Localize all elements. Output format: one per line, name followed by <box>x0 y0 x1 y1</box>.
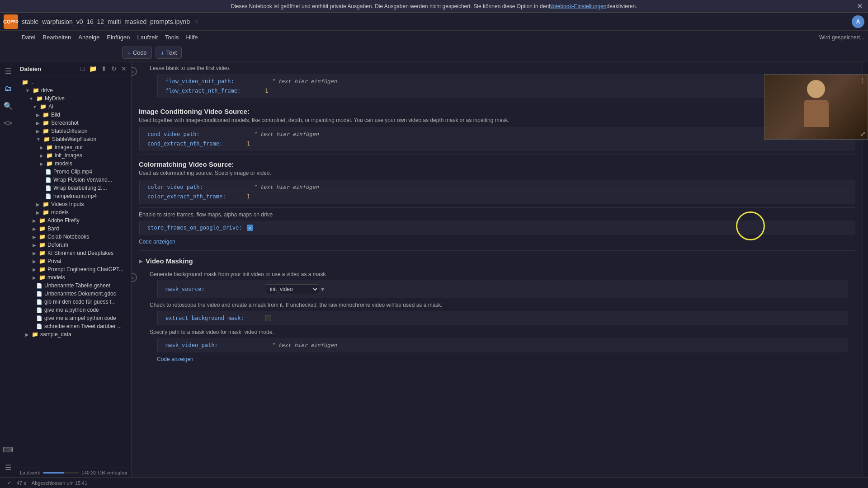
section-title: Colormatching Video Source: <box>132 160 863 168</box>
field-value[interactable]: " text hier einfügen <box>247 184 319 190</box>
add-code-button[interactable]: + Code <box>122 47 152 59</box>
checkbox-checked[interactable]: ✓ <box>247 225 253 231</box>
field-value[interactable]: " text hier einfügen <box>265 342 337 348</box>
field-label: extract_background_mask: <box>165 315 265 321</box>
list-item[interactable]: 📄 Wrap bearbeitung 2.... <box>16 184 131 192</box>
code-row: mask_source: init_video mask_video ▼ <box>165 283 841 296</box>
list-item[interactable]: ▶ 📁 Colab Notebooks <box>16 233 131 241</box>
list-item[interactable]: ▶ 📁 StableDiffusion <box>16 127 131 135</box>
keyboard-icon[interactable]: ⌨ <box>1 444 15 456</box>
expand-arrow-icon: ▶ <box>33 267 36 272</box>
list-item[interactable]: ▶ 📁 sample_data <box>16 330 131 338</box>
menu-icon[interactable]: ☰ <box>3 65 13 77</box>
refresh-icon[interactable]: ↻ <box>110 64 118 73</box>
show-code-link-masking[interactable]: Code anzeigen <box>150 354 855 364</box>
star-icon[interactable]: ☆ <box>193 18 199 25</box>
run-cell-button[interactable]: ▷ <box>132 273 137 282</box>
menu-laufzeit[interactable]: Laufzeit <box>137 34 158 41</box>
expand-arrow-icon: ▶ <box>36 202 40 207</box>
list-item[interactable]: ▶ 📁 Screenshot <box>16 119 131 127</box>
menu-anzeige[interactable]: Anzeige <box>78 34 99 41</box>
list-item[interactable]: 📄 gib mir den code für guess t... <box>16 298 131 306</box>
list-item[interactable]: ▼ 📁 AI <box>16 103 131 111</box>
settings-icon[interactable]: ☰ <box>3 461 13 474</box>
list-item[interactable]: ▶ 📁 Privat <box>16 257 131 265</box>
code-row: color_extract_nth_frame: 1 <box>147 192 848 201</box>
list-item[interactable]: ▶ 📁 Adobe Firefly <box>16 216 131 225</box>
list-item[interactable]: 📄 Promo Clip.mp4 <box>16 168 131 176</box>
menu-datei[interactable]: Datei <box>22 34 35 41</box>
code-block: flow_video_init_path: " text hier einfüg… <box>157 74 848 98</box>
list-item[interactable]: 📄 Unbenanntes Dokument.gdoc <box>16 290 131 298</box>
checkbox-unchecked[interactable] <box>265 315 271 321</box>
field-value[interactable]: 1 <box>247 193 250 200</box>
list-item[interactable]: ▶ 📁 Prompt Engineering ChatGPT... <box>16 265 131 273</box>
new-file-icon[interactable]: □ <box>80 64 85 73</box>
show-code-link[interactable]: Code anzeigen <box>132 237 863 247</box>
folder-icon: 📁 <box>39 225 46 232</box>
field-value[interactable]: 1 <box>265 88 268 94</box>
list-item[interactable]: ▶ 📁 Deforum <box>16 241 131 249</box>
list-item[interactable]: ▼ 📁 StableWarpFusion <box>16 135 131 143</box>
cell-description: Generate background mask from your init … <box>150 271 855 277</box>
list-item[interactable]: ▶ 📁 Bard <box>16 225 131 233</box>
menu-bearbeiten[interactable]: Bearbeiten <box>42 34 71 41</box>
add-text-button[interactable]: + Text <box>156 47 182 59</box>
list-item[interactable]: ▼ 📁 MyDrive <box>16 94 131 103</box>
field-value[interactable]: " text hier einfügen <box>247 131 319 137</box>
expand-arrow-icon: ▶ <box>33 226 36 231</box>
list-item[interactable]: ▶ 📁 Videos Inputs <box>16 200 131 208</box>
list-item[interactable]: 📄 give me a python code <box>16 306 131 314</box>
mask-source-select[interactable]: init_video mask_video <box>265 284 319 294</box>
list-item[interactable]: 📁 .. <box>16 78 131 86</box>
list-item[interactable]: 📄 give me a simpel python code <box>16 314 131 322</box>
list-item[interactable]: ▶ 📁 Bild <box>16 111 131 119</box>
menu-tools[interactable]: Tools <box>165 34 179 41</box>
user-avatar[interactable]: A <box>852 15 864 28</box>
close-sidebar-icon[interactable]: ✕ <box>120 64 127 73</box>
colab-logo: CO PRO <box>4 14 18 29</box>
folder-icon: 📁 <box>42 209 49 216</box>
expand-video-icon[interactable]: ⤢ <box>860 130 866 137</box>
notebook-settings-link[interactable]: Notebook-Einstellungen <box>549 3 606 9</box>
list-item[interactable]: 📄 Unbenannte Tabelle.gsheet <box>16 282 131 290</box>
list-item[interactable]: 📄 schreibe einen Tweet darüber ... <box>16 322 131 330</box>
notebook-cell: ▷ Generate background mask from your ini… <box>132 271 863 364</box>
menu-einfuegen[interactable]: Einfügen <box>107 34 130 41</box>
section-divider <box>139 207 855 208</box>
folder-icon: 📁 <box>39 234 46 240</box>
expand-arrow-icon: ▶ <box>36 129 40 134</box>
expand-arrow-icon: ▼ <box>33 104 37 109</box>
mask-video-description: Specify path to a mask video for mask_vi… <box>150 329 855 335</box>
list-item[interactable]: ▼ 📁 drive <box>16 86 131 94</box>
field-value[interactable]: 1 <box>247 141 250 147</box>
upload-icon[interactable]: ⬆ <box>100 64 108 73</box>
close-banner-button[interactable]: ✕ <box>857 2 863 10</box>
expand-arrow-icon: ▶ <box>25 332 29 337</box>
list-item[interactable]: ▶ 📁 models <box>16 273 131 282</box>
code-row: cond_video_path: " text hier einfügen <box>147 130 848 139</box>
code-icon[interactable]: <> <box>2 117 14 129</box>
file-icon: 📄 <box>36 315 42 321</box>
video-masking-section-header[interactable]: ▶ Video Masking <box>132 254 863 267</box>
field-label: cond_extract_nth_frame: <box>147 141 247 147</box>
files-icon[interactable]: 🗂 <box>3 83 14 94</box>
field-value[interactable]: " text hier einfügen <box>265 78 337 84</box>
list-item[interactable]: ▶ 📁 images_out <box>16 143 131 151</box>
run-cell-button[interactable]: ▷ <box>132 67 137 76</box>
list-item[interactable]: ▶ 📁 models <box>16 208 131 216</box>
list-item[interactable]: ▶ 📁 KI Stimmen und Deepfakes <box>16 249 131 257</box>
menu-hilfe[interactable]: Hilfe <box>186 34 198 41</box>
search-icon[interactable]: 🔍 <box>2 100 14 112</box>
person-body <box>804 100 829 127</box>
list-item[interactable]: 📄 hampelmann.mp4 <box>16 192 131 200</box>
list-item[interactable]: ▶ 📁 models <box>16 160 131 168</box>
section-title: Video Masking <box>146 257 193 265</box>
video-menu-icon[interactable]: ⋮ <box>859 76 866 84</box>
folder-icon: 📁 <box>39 217 46 224</box>
list-item[interactable]: ▶ 📁 init_images <box>16 151 131 160</box>
folder-icon: 📁 <box>42 201 49 207</box>
laufwerk-label: Laufwerk <box>20 470 40 475</box>
list-item[interactable]: 📄 Wrap FUsion Verwand... <box>16 176 131 184</box>
new-folder-icon[interactable]: 📁 <box>88 64 98 73</box>
